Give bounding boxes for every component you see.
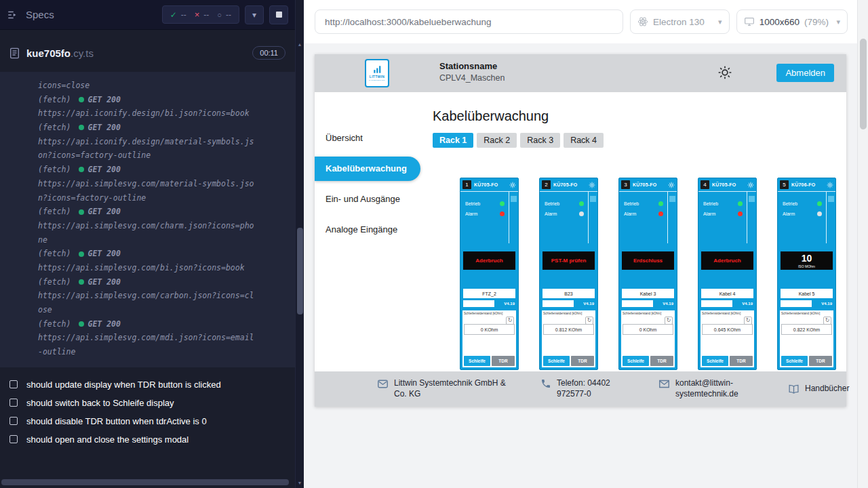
refresh-button[interactable]: ↻ [665,317,673,325]
log-request-line: (fetch)GET 200 [38,205,287,219]
logout-button[interactable]: Abmelden [776,64,834,82]
viewport-select[interactable]: 1000x660 (79%) ▾ [736,9,848,34]
tab-rack-4[interactable]: Rack 4 [564,133,604,148]
tdr-button[interactable]: TDR [650,356,673,366]
test-item[interactable]: should update display when TDR button is… [0,375,295,394]
request-url: https://api.iconify.design/material-symb… [38,135,255,163]
stop-button[interactable] [269,5,288,24]
tab-rack-1[interactable]: Rack 1 [433,133,473,148]
horizontal-scrollbar[interactable] [1,479,289,485]
measurement-label: Schleifenwiderstand [kOhm] [623,312,673,315]
window-scrollbar-thumb[interactable] [860,39,867,129]
device-side-column [747,192,756,243]
fetch-tag: (fetch) [38,205,71,219]
electron-icon [637,16,648,27]
version-box [463,300,494,307]
schleife-button[interactable]: Schleife [464,356,490,366]
sidebar-item-analoge-eingaenge[interactable]: Analoge Eingänge [315,218,420,242]
device-side-column [826,192,835,243]
version-row: V4.19 [463,300,515,307]
scroll-up-icon[interactable]: ▲ [296,42,304,47]
alarm-led [500,211,505,216]
refresh-button[interactable]: ↻ [744,317,752,325]
fetch-tag: (fetch) [38,275,71,289]
spec-file-icon [9,47,20,59]
stat-passed: ✓-- [170,10,186,20]
monitor-icon [744,16,755,27]
device-settings-icon[interactable] [668,182,675,188]
firmware-version: V4.19 [742,302,753,306]
device-model: KÜ705-FO [474,182,498,187]
schleife-button[interactable]: Schleife [702,356,728,366]
device-settings-icon[interactable] [827,182,833,188]
betrieb-label: Betrieb [545,201,559,206]
sidebar-item-ein-und-ausgaenge[interactable]: Ein- und Ausgänge [315,187,420,211]
betrieb-led [738,201,743,206]
alarm-led [738,211,743,216]
fetch-tag: (fetch) [38,317,71,331]
app-footer: Littwin Systemtechnik GmbH & Co. KGTelef… [315,371,846,407]
device-side-box [749,196,755,202]
device-status-display: PST-M prüfen [542,251,595,270]
tab-rack-2[interactable]: Rack 2 [477,133,517,148]
test-title: should switch back to Schleife display [26,398,174,408]
tdr-button[interactable]: TDR [809,356,832,366]
horizontal-scrollbar-thumb[interactable] [1,479,289,485]
littwin-logo: LITTWIN SYSTEMTECHNIK [365,59,389,87]
device-settings-icon[interactable] [589,182,595,188]
response-status: GET 200 [87,163,120,177]
test-suite-icon [9,380,18,388]
tab-rack-3[interactable]: Rack 3 [520,133,560,148]
measurement-panel: Schleifenwiderstand [kOhm]↻0 KOhmSchleif… [462,310,516,367]
schleife-button[interactable]: Schleife [623,356,649,366]
device-side-box [669,196,675,202]
firmware-version: V4.19 [504,302,515,306]
reporter-scrollbar-thumb[interactable] [297,228,303,314]
device-side-column [588,192,597,243]
spec-file-row[interactable]: kue705fo.cy.ts 00:11 [0,41,295,65]
log-request-line: (fetch)GET 200 [38,317,287,331]
chevron-down-icon: ▾ [836,18,840,26]
schleife-button[interactable]: Schleife [781,356,808,366]
measurement-value: 0.822 KOhm [781,324,832,335]
device-card: 5KÜ706-FOBetriebAlarm10ISO MOhmKabel 5V4… [777,178,836,370]
url-bar[interactable]: http://localhost:3000/kabelueberwachung [315,9,623,34]
browser-name: Electron 130 [653,17,705,27]
test-item[interactable]: should disable TDR button when tdrActive… [0,412,295,430]
spec-extension: .cy.ts [71,47,94,59]
tdr-button[interactable]: TDR [730,356,753,366]
refresh-button[interactable]: ↻ [585,317,593,325]
device-side-column [667,192,677,243]
settings-gear-icon[interactable] [717,65,732,80]
tdr-button[interactable]: TDR [571,356,594,366]
network-log-entry: (fetch)GET 200https://api.iconify.design… [38,121,287,163]
fetch-tag: (fetch) [38,247,71,261]
schleife-button[interactable]: Schleife [543,356,570,366]
device-settings-icon[interactable] [509,182,516,188]
station-label: Stationsname [439,61,505,71]
measurement-value: 0.645 KOhm [702,324,753,335]
device-card-header: 2KÜ705-FO [540,178,597,192]
test-item[interactable]: should open and close the settings modal [0,430,295,449]
alarm-led [817,211,822,216]
betrieb-row: Betrieb [703,201,743,206]
tdr-button[interactable]: TDR [492,356,515,366]
refresh-button[interactable]: ↻ [823,317,831,325]
reporter-scrollbar[interactable]: ▲ ▼ [295,0,304,488]
specs-menu-icon[interactable] [7,9,19,21]
device-card: 1KÜ705-FOBetriebAlarmAderbruchFTZ_2V4.19… [460,178,519,370]
betrieb-led [500,201,505,206]
sidebar-item-kabelueberwachung[interactable]: Kabelüberwachung [315,157,420,181]
sidebar-item-uebersicht[interactable]: Übersicht [315,126,420,150]
device-settings-icon[interactable] [747,182,754,188]
collapse-button[interactable]: ▾ [245,5,264,24]
iso-value: 10 [802,253,812,263]
footer-item: Handbücher [788,384,849,395]
device-number-badge: 4 [701,180,709,189]
refresh-button[interactable]: ↻ [506,317,514,325]
scroll-down-icon[interactable]: ▼ [296,481,304,485]
window-scrollbar[interactable] [857,0,868,488]
test-item[interactable]: should switch back to Schleife display [0,394,295,412]
browser-select[interactable]: Electron 130 ▾ [630,9,730,34]
network-log-entry: (fetch)GET 200https://api.simplesvg.com/… [38,205,287,247]
